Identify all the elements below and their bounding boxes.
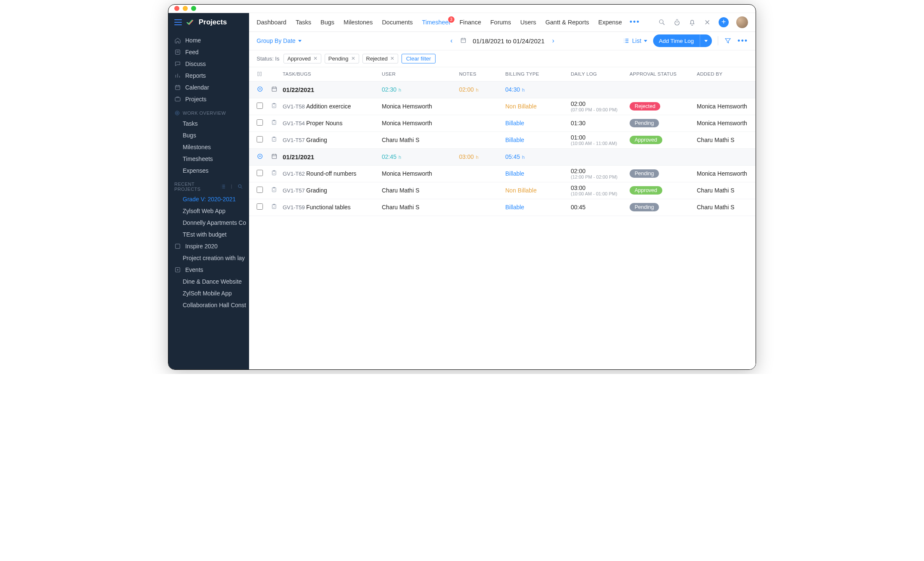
- filter-icon[interactable]: [724, 37, 732, 45]
- row-user: Charu Mathi S: [382, 137, 459, 143]
- sidebar: Projects HomeFeedDiscussReportsCalendarP…: [168, 13, 249, 369]
- row-checkbox[interactable]: [257, 187, 263, 193]
- tab-milestones[interactable]: Milestones: [344, 19, 373, 26]
- timesheet-row: GV1-T62 Round-off numbers Monica Hemswor…: [249, 166, 756, 182]
- tab-bugs[interactable]: Bugs: [320, 19, 334, 26]
- project-item[interactable]: Grade V: 2020-2021: [168, 193, 249, 205]
- col-approval: APPROVAL STATUS: [630, 71, 697, 76]
- col-daily: DAILY LOG: [571, 71, 630, 76]
- search-icon[interactable]: [658, 18, 666, 26]
- section-work-overview[interactable]: WORK OVERVIEW: [168, 105, 249, 118]
- tab-finance[interactable]: Finance: [459, 19, 481, 26]
- project-item[interactable]: Zylsoft Web App: [168, 205, 249, 217]
- separator: [718, 36, 718, 45]
- nav-item-events[interactable]: Events: [168, 264, 249, 276]
- row-added-by: Charu Mathi S: [697, 187, 748, 194]
- row-checkbox[interactable]: [257, 103, 263, 109]
- filter-chip-rejected[interactable]: Rejected✕: [362, 54, 398, 63]
- row-checkbox[interactable]: [257, 170, 263, 176]
- search-icon[interactable]: [237, 184, 243, 190]
- nav-item-calendar[interactable]: Calendar: [168, 82, 249, 93]
- target-icon: [174, 110, 180, 116]
- nav-sub-bugs[interactable]: Bugs: [168, 129, 249, 141]
- nav-label: Feed: [185, 49, 199, 55]
- remove-chip-icon[interactable]: ✕: [351, 55, 355, 61]
- remove-chip-icon[interactable]: ✕: [390, 55, 394, 61]
- hamburger-icon[interactable]: [174, 19, 182, 25]
- project-item[interactable]: Dine & Dance Website: [168, 276, 249, 287]
- project-item[interactable]: Project creation with lay: [168, 252, 249, 264]
- row-user: Monica Hemsworth: [382, 120, 459, 126]
- prev-range-button[interactable]: ‹: [449, 37, 454, 45]
- next-range-button[interactable]: ›: [551, 37, 556, 45]
- window-close-dot[interactable]: [174, 6, 179, 11]
- filter-chip-approved[interactable]: Approved✕: [284, 54, 321, 63]
- group-by-dropdown[interactable]: Group By Date: [257, 37, 302, 44]
- task-name[interactable]: Proper Nouns: [306, 120, 382, 126]
- tab-users[interactable]: Users: [520, 19, 536, 26]
- more-tabs-icon[interactable]: •••: [630, 18, 640, 26]
- tab-documents[interactable]: Documents: [382, 19, 412, 26]
- svg-rect-2: [175, 97, 180, 101]
- home-icon: [174, 37, 181, 44]
- project-item[interactable]: ZylSoft Mobile App: [168, 287, 249, 299]
- date-group-row[interactable]: 01/22/2021 02:30 h 02:00 h 04:30 h: [249, 82, 756, 98]
- row-billing: Non Billable: [505, 187, 571, 194]
- settings-wrench-icon[interactable]: [704, 18, 711, 26]
- project-item[interactable]: Donnelly Apartments Co: [168, 217, 249, 229]
- task-name[interactable]: Functional tables: [306, 204, 382, 211]
- group-date: 01/21/2021: [283, 153, 382, 161]
- nav-sub-milestones[interactable]: Milestones: [168, 141, 249, 153]
- svg-point-5: [238, 184, 241, 187]
- more-actions-icon[interactable]: •••: [738, 37, 748, 45]
- nav-sub-tasks[interactable]: Tasks: [168, 118, 249, 129]
- clear-filter-button[interactable]: Clear filter: [402, 54, 436, 63]
- tab-tasks[interactable]: Tasks: [296, 19, 311, 26]
- add-time-log-dropdown[interactable]: [700, 34, 712, 47]
- tab-gantt-reports[interactable]: Gantt & Reports: [546, 19, 589, 26]
- row-daily-log: 03:00(10:00 AM - 01:00 PM): [571, 185, 630, 196]
- window-minimize-dot[interactable]: [183, 6, 188, 11]
- task-name[interactable]: Grading: [306, 187, 382, 194]
- task-name[interactable]: Addition exercice: [306, 103, 382, 110]
- collapse-icon[interactable]: [257, 153, 271, 161]
- quick-add-button[interactable]: +: [719, 17, 729, 27]
- add-time-log-button[interactable]: Add Time Log: [653, 34, 712, 47]
- nav-item-projects[interactable]: Projects: [168, 93, 249, 105]
- nav-item-home[interactable]: Home: [168, 34, 249, 46]
- filter-chip-pending[interactable]: Pending✕: [325, 54, 359, 63]
- nav-sub-timesheets[interactable]: Timesheets: [168, 153, 249, 165]
- section-recent-projects: RECENT PROJECTS|: [168, 176, 249, 193]
- window-zoom-dot[interactable]: [191, 6, 196, 11]
- nav-sub-expenses[interactable]: Expenses: [168, 165, 249, 176]
- tab-forums[interactable]: Forums: [490, 19, 511, 26]
- tab-timesheet[interactable]: Timesheet3: [422, 19, 450, 26]
- tab-expense[interactable]: Expense: [598, 19, 622, 26]
- collapse-icon[interactable]: [257, 86, 271, 94]
- view-toggle[interactable]: List: [623, 37, 647, 44]
- row-checkbox[interactable]: [257, 136, 263, 142]
- project-item[interactable]: Collaboration Hall Const: [168, 299, 249, 311]
- nav-item-discuss[interactable]: Discuss: [168, 58, 249, 70]
- remove-chip-icon[interactable]: ✕: [313, 55, 318, 61]
- row-daily-log: 01:00(10:00 AM - 11:00 AM): [571, 134, 630, 146]
- columns-config-icon[interactable]: [257, 71, 271, 77]
- project-item[interactable]: TEst with budget: [168, 229, 249, 240]
- plus-box-icon: [174, 266, 181, 273]
- row-checkbox[interactable]: [257, 119, 263, 126]
- svg-rect-0: [176, 50, 180, 55]
- task-name[interactable]: Grading: [306, 137, 382, 143]
- tab-dashboard[interactable]: Dashboard: [257, 19, 286, 26]
- date-group-row[interactable]: 01/21/2021 02:45 h 03:00 h 05:45 h: [249, 149, 756, 166]
- list-icon[interactable]: [220, 184, 226, 190]
- nav-item-reports[interactable]: Reports: [168, 70, 249, 82]
- task-name[interactable]: Round-off numbers: [306, 170, 382, 177]
- nav-item-feed[interactable]: Feed: [168, 46, 249, 58]
- user-avatar[interactable]: [736, 16, 748, 28]
- nav-item-inspire[interactable]: Inspire 2020: [168, 240, 249, 252]
- calendar-icon[interactable]: [460, 37, 467, 45]
- row-checkbox[interactable]: [257, 203, 263, 210]
- svg-rect-1: [176, 85, 180, 90]
- timer-icon[interactable]: [673, 18, 681, 26]
- notification-bell-icon[interactable]: [688, 18, 696, 26]
